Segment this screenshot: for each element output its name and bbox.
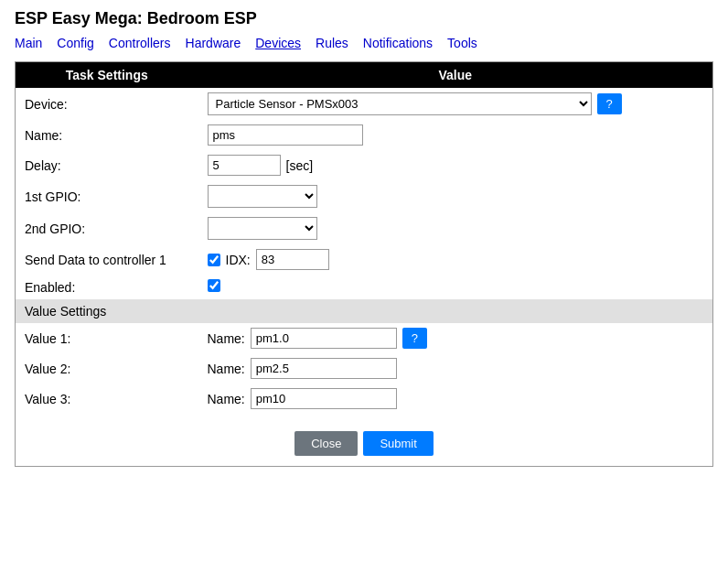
value1-name-input[interactable] (251, 328, 397, 349)
device-label: Device: (16, 88, 198, 120)
close-button[interactable]: Close (294, 431, 358, 456)
nav-notifications[interactable]: Notifications (363, 36, 433, 50)
buttons-row: Close Submit (16, 414, 713, 467)
device-help-button[interactable]: ? (597, 93, 622, 114)
value3-name-label: Name: (208, 392, 245, 406)
value2-row: Value 2: Name: (16, 353, 713, 384)
send-data-row: Send Data to controller 1 IDX: (16, 244, 713, 275)
value1-row: Value 1: Name: ? (16, 323, 713, 353)
gpio2-select[interactable] (208, 217, 317, 240)
delay-input[interactable] (208, 155, 281, 176)
value2-label: Value 2: (16, 353, 198, 384)
nav-config[interactable]: Config (57, 36, 93, 50)
value1-label: Value 1: (16, 323, 198, 353)
value2-cell: Name: (198, 353, 713, 384)
send-data-checkbox[interactable] (208, 254, 220, 266)
value2-name-input[interactable] (251, 358, 397, 379)
main-nav: Main Config Controllers Hardware Devices… (15, 36, 713, 50)
nav-rules[interactable]: Rules (316, 36, 348, 50)
delay-row: Delay: [sec] (16, 150, 713, 180)
value-settings-label: Value Settings (16, 299, 713, 323)
gpio2-value-cell (198, 212, 713, 244)
device-value-cell: Particle Sensor - PMSx003 ? (198, 88, 713, 120)
value3-row: Value 3: Name: (16, 384, 713, 414)
col2-header: Value (198, 62, 713, 89)
value1-cell: Name: ? (198, 323, 713, 353)
nav-devices[interactable]: Devices (255, 36, 301, 50)
value-settings-header-row: Value Settings (16, 299, 713, 323)
device-row: Device: Particle Sensor - PMSx003 ? (16, 88, 713, 120)
enabled-row: Enabled: (16, 275, 713, 299)
col1-header: Task Settings (16, 62, 198, 89)
name-label: Name: (16, 120, 198, 150)
delay-label: Delay: (16, 150, 198, 180)
submit-button[interactable]: Submit (363, 431, 433, 456)
buttons-cell: Close Submit (16, 414, 713, 467)
enabled-checkbox[interactable] (208, 279, 220, 292)
gpio1-select[interactable] (208, 185, 317, 208)
value3-cell: Name: (198, 384, 713, 414)
name-input[interactable] (208, 124, 363, 146)
gpio1-label: 1st GPIO: (16, 180, 198, 212)
gpio1-value-cell (198, 180, 713, 212)
name-row: Name: (16, 120, 713, 150)
value3-name-input[interactable] (251, 388, 397, 409)
task-settings-table: Task Settings Value Device: Particle Sen… (15, 61, 713, 467)
idx-label: IDX: (226, 253, 251, 267)
delay-unit: [sec] (286, 158, 314, 173)
page-title: ESP Easy Mega: Bedroom ESP (15, 9, 713, 28)
value1-name-label: Name: (208, 331, 245, 346)
gpio2-label: 2nd GPIO: (16, 212, 198, 244)
enabled-value-cell (198, 275, 713, 299)
gpio1-row: 1st GPIO: (16, 180, 713, 212)
device-select[interactable]: Particle Sensor - PMSx003 (208, 92, 592, 115)
nav-main[interactable]: Main (15, 36, 42, 50)
delay-value-cell: [sec] (198, 150, 713, 180)
send-data-value-cell: IDX: (198, 244, 713, 275)
gpio2-row: 2nd GPIO: (16, 212, 713, 244)
nav-hardware[interactable]: Hardware (186, 36, 241, 50)
value3-label: Value 3: (16, 384, 198, 414)
enabled-label: Enabled: (16, 275, 198, 299)
idx-input[interactable] (256, 249, 329, 270)
nav-controllers[interactable]: Controllers (109, 36, 171, 50)
nav-tools[interactable]: Tools (447, 36, 477, 50)
value1-help-button[interactable]: ? (402, 328, 427, 349)
name-value-cell (198, 120, 713, 150)
send-data-label: Send Data to controller 1 (16, 244, 198, 275)
value2-name-label: Name: (208, 362, 245, 376)
